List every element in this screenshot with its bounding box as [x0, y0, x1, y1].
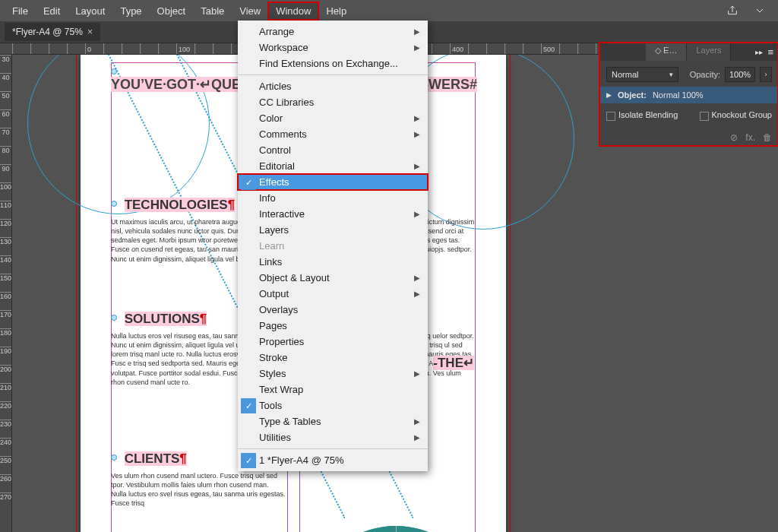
menu-item-label: Control	[259, 144, 291, 156]
submenu-arrow-icon: ▶	[414, 290, 420, 298]
menu-item-color[interactable]: Color▶	[238, 110, 428, 126]
menu-item-effects[interactable]: ✓Effects	[238, 174, 428, 190]
bullet-icon	[111, 201, 117, 207]
menu-object[interactable]: Object	[150, 2, 194, 20]
menu-window[interactable]: Window	[268, 2, 318, 20]
chevron-down-icon[interactable]	[749, 2, 770, 19]
window-menu-dropdown: Arrange▶Workspace▶Find Extensions on Exc…	[238, 21, 428, 471]
menu-item-label: Articles	[259, 81, 292, 92]
menu-item-label: Workspace	[259, 42, 308, 53]
menu-item-control[interactable]: Control	[238, 142, 428, 158]
menu-item-label: Overlays	[259, 304, 298, 315]
panel-menu-icon[interactable]: ≡	[767, 46, 773, 58]
menu-item-pages[interactable]: Pages	[238, 318, 428, 334]
caret-right-icon: ▶	[606, 91, 612, 99]
ruler-vertical[interactable]: 3040506070809010011012013014015016017018…	[0, 55, 12, 532]
menu-item-label: Info	[259, 192, 276, 204]
body-text[interactable]: Ves ulum rhon cusend manl uctero. Fusce …	[111, 471, 286, 508]
menu-item-tools[interactable]: ✓Tools	[238, 397, 428, 413]
effects-panel: ◇ E… Layers ▸▸ ≡ Normal ▾ Opacity: 100% …	[599, 43, 778, 146]
fx-icon[interactable]: fx.	[745, 132, 755, 143]
section-heading[interactable]: TECHNOLOGIES¶	[125, 198, 235, 212]
submenu-arrow-icon: ▶	[414, 27, 420, 36]
menu-table[interactable]: Table	[193, 2, 232, 20]
submenu-arrow-icon: ▶	[414, 369, 420, 378]
menu-item-label: Output	[259, 288, 289, 299]
bullet-icon	[111, 315, 117, 321]
section-heading[interactable]: CLIENTS¶	[125, 451, 187, 466]
side-text[interactable]: -THE↵	[433, 356, 474, 370]
menu-edit[interactable]: Edit	[36, 2, 68, 20]
menu-item-arrange[interactable]: Arrange▶	[238, 24, 428, 40]
donut-chart[interactable]	[305, 526, 487, 532]
blend-mode-value: Normal	[612, 70, 638, 79]
menu-item-utilities[interactable]: Utilities▶	[238, 429, 428, 445]
menu-item-label: Utilities	[259, 432, 291, 443]
blend-mode-select[interactable]: Normal ▾	[606, 67, 678, 82]
submenu-arrow-icon: ▶	[414, 274, 420, 282]
check-icon: ✓	[241, 175, 256, 190]
menu-view[interactable]: View	[232, 2, 268, 20]
menu-item-label: Layers	[259, 224, 289, 236]
menu-item-label: Object & Layout	[259, 272, 330, 283]
menu-item-object-layout[interactable]: Object & Layout▶	[238, 270, 428, 286]
menu-item-label: Links	[259, 256, 282, 268]
menu-item-cc-libraries[interactable]: CC Libraries	[238, 94, 428, 110]
menu-item-label: Text Wrap	[259, 384, 303, 395]
clear-effects-icon[interactable]: ⊘	[730, 132, 738, 143]
menu-item-1-flyer-a4-75[interactable]: ✓1 *Flyer-A4 @ 75%	[238, 452, 428, 468]
menu-item-label: Type & Tables	[259, 416, 321, 427]
share-icon[interactable]	[722, 2, 743, 19]
effects-target-row[interactable]: ▶ Object: Normal 100%	[600, 87, 778, 103]
menu-item-label: Arrange	[259, 26, 294, 37]
menu-item-learn: Learn	[238, 238, 428, 254]
menu-item-text-wrap[interactable]: Text Wrap	[238, 382, 428, 397]
tab-effects[interactable]: ◇ E…	[646, 43, 687, 61]
document-tab[interactable]: *Flyer-A4 @ 75% ×	[5, 23, 100, 41]
menu-item-label: Pages	[259, 320, 287, 331]
menu-item-articles[interactable]: Articles	[238, 78, 428, 94]
menu-type[interactable]: Type	[112, 2, 149, 20]
menu-item-label: Interactive	[259, 208, 305, 220]
document-tab-title: *Flyer-A4 @ 75%	[12, 27, 83, 37]
submenu-arrow-icon: ▶	[414, 210, 420, 218]
knockout-group-checkbox[interactable]: Knockout Group	[700, 110, 773, 120]
menu-item-comments[interactable]: Comments▶	[238, 126, 428, 142]
menu-file[interactable]: File	[5, 2, 36, 20]
menu-item-label: Tools	[259, 400, 282, 411]
menu-item-links[interactable]: Links	[238, 254, 428, 270]
menu-item-workspace[interactable]: Workspace▶	[238, 40, 428, 55]
menu-item-label: Stroke	[259, 352, 288, 363]
submenu-arrow-icon: ▶	[414, 114, 420, 122]
menu-item-overlays[interactable]: Overlays	[238, 302, 428, 318]
menu-item-type-tables[interactable]: Type & Tables▶	[238, 413, 428, 429]
menu-item-layers[interactable]: Layers	[238, 222, 428, 238]
submenu-arrow-icon: ▶	[414, 130, 420, 138]
object-label: Object:	[618, 90, 647, 100]
trash-icon[interactable]: 🗑	[763, 132, 772, 143]
opacity-input[interactable]: 100%	[725, 67, 755, 82]
menu-item-info[interactable]: Info	[238, 190, 428, 206]
section-heading[interactable]: SOLUTIONS¶	[125, 312, 207, 326]
menu-item-properties[interactable]: Properties	[238, 334, 428, 350]
menu-item-label: Comments	[259, 128, 307, 140]
menu-layout[interactable]: Layout	[68, 2, 112, 20]
collapse-icon[interactable]: ▸▸	[755, 48, 763, 56]
menu-item-editorial[interactable]: Editorial▶	[238, 158, 428, 174]
menu-item-label: CC Libraries	[259, 97, 314, 108]
check-icon: ✓	[241, 398, 256, 413]
tab-layers[interactable]: Layers	[687, 43, 731, 61]
object-value: Normal 100%	[653, 90, 704, 100]
isolate-blending-checkbox[interactable]: Isolate Blending	[606, 110, 678, 120]
menu-item-stroke[interactable]: Stroke	[238, 350, 428, 366]
menu-item-find-extensions-on-exchange[interactable]: Find Extensions on Exchange...	[238, 55, 428, 71]
menubar: File Edit Layout Type Object Table View …	[0, 0, 778, 21]
close-icon[interactable]: ×	[87, 27, 93, 37]
menu-item-label: Learn	[259, 240, 284, 252]
menu-item-interactive[interactable]: Interactive▶	[238, 206, 428, 222]
menu-help[interactable]: Help	[318, 2, 354, 20]
menu-item-styles[interactable]: Styles▶	[238, 366, 428, 382]
chevron-down-icon: ▾	[669, 71, 673, 78]
menu-item-output[interactable]: Output▶	[238, 286, 428, 302]
opacity-stepper[interactable]: ›	[760, 67, 772, 82]
